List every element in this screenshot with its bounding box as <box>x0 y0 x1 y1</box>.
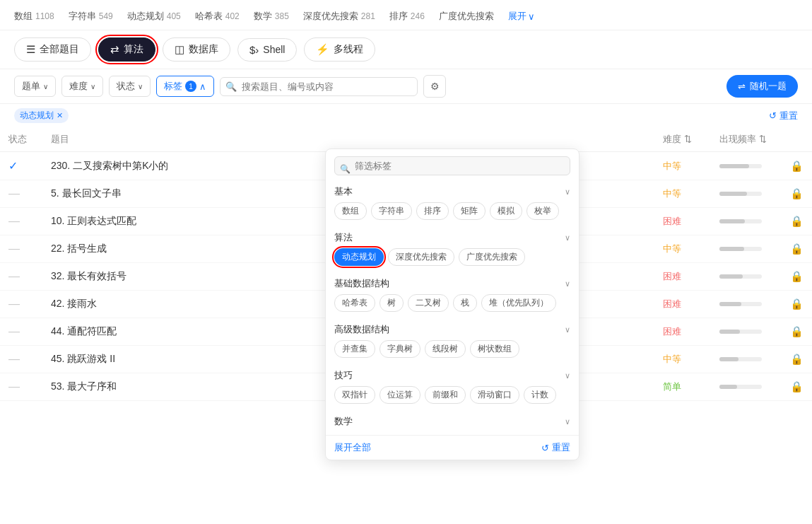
dd-tag-twopointer[interactable]: 双指针 <box>334 386 375 404</box>
category-multithread-button[interactable]: ⚡ 多线程 <box>304 37 375 62</box>
frequency-bar <box>719 247 762 251</box>
tag-filter-dropdown[interactable]: 标签 1 ∧ <box>156 76 214 97</box>
difficulty-label: 困难 <box>663 298 681 309</box>
problem-link[interactable]: 42. 接雨水 <box>51 298 97 309</box>
chevron-down-icon: ∨ <box>565 279 570 289</box>
chevron-up-icon: ∧ <box>199 81 206 92</box>
status-none-icon: — <box>8 215 20 227</box>
dd-section-technique-header[interactable]: 技巧 ∨ <box>334 369 570 382</box>
tag-dfs[interactable]: 深度优先搜索 281 <box>303 10 375 23</box>
difficulty-label: 困难 <box>663 271 681 281</box>
dd-section-basic: 基本 ∨ 数组 字符串 排序 矩阵 模拟 枚举 <box>326 181 579 227</box>
reset-button[interactable]: ↺ 重置 <box>769 110 798 122</box>
dd-tag-trie[interactable]: 字典树 <box>379 340 420 358</box>
tag-bfs[interactable]: 广度优先搜索 <box>439 10 494 23</box>
multithread-icon: ⚡ <box>316 43 329 56</box>
problem-link[interactable]: 44. 通配符匹配 <box>51 325 117 337</box>
dd-tag-unionfind[interactable]: 并查集 <box>334 340 375 358</box>
status-none-icon: — <box>8 270 20 282</box>
difficulty-cell: 中等 <box>654 180 711 208</box>
random-question-button[interactable]: ⇌ 随机一题 <box>726 75 798 98</box>
difficulty-cell: 困难 <box>654 208 711 235</box>
dd-tag-array[interactable]: 数组 <box>334 202 367 220</box>
col-header-difficulty[interactable]: 难度 ⇅ <box>654 127 711 152</box>
dd-section-basicds-header[interactable]: 基础数据结构 ∨ <box>334 277 570 290</box>
dd-tag-dp[interactable]: 动态规划 <box>334 248 384 266</box>
lock-icon: 🔒 <box>790 243 804 255</box>
settings-button[interactable]: ⚙ <box>423 75 446 98</box>
dd-tag-dfs[interactable]: 深度优先搜索 <box>388 248 454 266</box>
tag-dp[interactable]: 动态规划 405 <box>127 10 181 23</box>
dd-tag-heap[interactable]: 堆（优先队列） <box>481 294 556 312</box>
list-filter-dropdown[interactable]: 题单 ∨ <box>14 76 56 97</box>
dd-tag-sort[interactable]: 排序 <box>416 202 449 220</box>
problem-link[interactable]: 10. 正则表达式匹配 <box>51 215 136 226</box>
difficulty-filter-dropdown[interactable]: 难度 ∨ <box>61 76 103 97</box>
dd-tag-segtree[interactable]: 线段树 <box>425 340 466 358</box>
lock-cell: 🔒 <box>782 180 812 208</box>
tag-search-wrap: 🔍 <box>326 156 579 181</box>
dd-section-math-header[interactable]: 数学 ∨ <box>334 415 570 428</box>
problem-link[interactable]: 230. 二叉搜索树中第K小的 <box>51 160 168 171</box>
problem-link[interactable]: 22. 括号生成 <box>51 243 107 254</box>
dd-tag-simulate[interactable]: 模拟 <box>490 202 522 220</box>
frequency-cell <box>711 263 782 291</box>
status-filter-dropdown[interactable]: 状态 ∨ <box>109 76 151 97</box>
dd-tag-bitop[interactable]: 位运算 <box>379 386 420 404</box>
category-algorithm-button[interactable]: ⇄ 算法 <box>98 37 155 62</box>
tag-math[interactable]: 数学 385 <box>254 10 289 23</box>
category-shell-button[interactable]: $› Shell <box>237 38 297 62</box>
dd-tag-matrix[interactable]: 矩阵 <box>453 202 486 220</box>
tag-hash[interactable]: 哈希表 402 <box>195 10 240 23</box>
tag-array[interactable]: 数组 1108 <box>14 10 54 23</box>
category-database-button[interactable]: ◫ 数据库 <box>163 37 230 62</box>
remove-tag-button[interactable]: ✕ <box>57 111 63 120</box>
dd-tags-basicds: 哈希表 树 二叉树 栈 堆（优先队列） <box>334 294 570 312</box>
problem-link[interactable]: 45. 跳跃游戏 II <box>51 353 115 364</box>
expand-tags-button[interactable]: 展开 ∨ <box>508 10 535 23</box>
frequency-fill <box>719 302 741 306</box>
frequency-cell <box>711 152 782 180</box>
dd-section-algorithm: 算法 ∨ 动态规划 深度优先搜索 广度优先搜索 <box>326 227 579 273</box>
frequency-fill <box>719 219 745 223</box>
status-none-icon: — <box>8 353 20 365</box>
dd-tag-tree[interactable]: 树 <box>379 294 404 312</box>
tag-sort[interactable]: 排序 246 <box>389 10 425 23</box>
search-input[interactable] <box>220 77 418 96</box>
dd-tag-bfs[interactable]: 广度优先搜索 <box>459 248 525 266</box>
status-cell: — <box>0 180 42 208</box>
dd-tag-stack[interactable]: 栈 <box>453 294 477 312</box>
difficulty-label: 简单 <box>663 381 681 392</box>
category-all-button[interactable]: ☰ 全部题目 <box>14 37 91 62</box>
shell-icon: $› <box>249 44 259 56</box>
dd-tag-counting[interactable]: 计数 <box>524 386 556 404</box>
difficulty-label: 中等 <box>663 243 681 254</box>
problem-link[interactable]: 53. 最大子序和 <box>51 380 117 392</box>
chevron-down-icon: ∨ <box>565 371 570 380</box>
col-header-frequency[interactable]: 出现频率 ⇅ <box>711 127 782 152</box>
problem-link[interactable]: 5. 最长回文子串 <box>51 187 122 199</box>
tag-string[interactable]: 字符串 549 <box>69 10 113 23</box>
dd-section-algorithm-header[interactable]: 算法 ∨ <box>334 231 570 244</box>
difficulty-cell: 中等 <box>654 346 711 373</box>
dd-tag-binarytree[interactable]: 二叉树 <box>408 294 449 312</box>
reset-icon: ↺ <box>541 443 549 453</box>
status-none-icon: — <box>8 243 20 255</box>
dd-section-basic-header[interactable]: 基本 ∨ <box>334 185 570 198</box>
expand-all-button[interactable]: 展开全部 <box>334 441 371 454</box>
dd-tag-string[interactable]: 字符串 <box>371 202 412 220</box>
lock-icon: 🔒 <box>790 353 804 365</box>
dd-tags-advancedds: 并查集 字典树 线段树 树状数组 <box>334 340 570 358</box>
status-cell: — <box>0 373 42 401</box>
dropdown-arrow-icon: ∨ <box>43 83 48 91</box>
dd-tag-slidingwindow[interactable]: 滑动窗口 <box>470 386 519 404</box>
dd-tag-enumerate[interactable]: 枚举 <box>526 202 559 220</box>
dd-tag-hashtable[interactable]: 哈希表 <box>334 294 375 312</box>
dd-tag-bit[interactable]: 树状数组 <box>470 340 519 358</box>
dd-reset-button[interactable]: ↺ 重置 <box>541 441 570 454</box>
dd-tag-prefixsum[interactable]: 前缀和 <box>425 386 466 404</box>
problem-link[interactable]: 32. 最长有效括号 <box>51 270 126 281</box>
dd-section-advancedds-header[interactable]: 高级数据结构 ∨ <box>334 323 570 336</box>
frequency-fill <box>719 164 749 168</box>
tag-search-input[interactable] <box>334 156 570 175</box>
